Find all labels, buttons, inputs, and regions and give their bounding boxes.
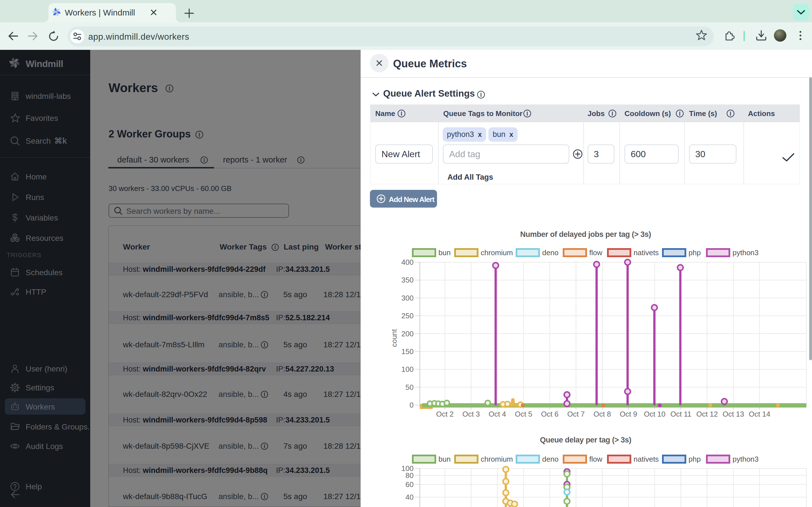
svg-text:Number of delayed jobs per tag: Number of delayed jobs per tag (> 3s) xyxy=(520,230,651,238)
svg-text:400: 400 xyxy=(402,258,414,267)
svg-text:php: php xyxy=(689,455,701,463)
svg-text:80: 80 xyxy=(405,471,414,480)
svg-text:Oct 4: Oct 4 xyxy=(489,410,506,418)
svg-text:Oct 3: Oct 3 xyxy=(462,410,480,418)
svg-text:Oct 13: Oct 13 xyxy=(723,410,744,418)
svg-text:150: 150 xyxy=(402,347,414,356)
svg-text:250: 250 xyxy=(402,312,414,320)
svg-text:Oct 9: Oct 9 xyxy=(620,410,637,418)
svg-text:Oct 5: Oct 5 xyxy=(515,410,532,418)
svg-text:100: 100 xyxy=(402,365,414,374)
svg-text:count: count xyxy=(390,329,398,347)
svg-text:40: 40 xyxy=(405,493,414,501)
svg-text:Queue delay per tag (> 3s): Queue delay per tag (> 3s) xyxy=(540,436,631,444)
svg-text:chromium: chromium xyxy=(481,248,513,257)
svg-text:Oct 10: Oct 10 xyxy=(644,410,666,418)
svg-text:bun: bun xyxy=(439,248,451,257)
svg-text:Oct 7: Oct 7 xyxy=(567,410,585,418)
svg-text:Oct 2: Oct 2 xyxy=(436,410,454,418)
svg-text:python3: python3 xyxy=(732,455,759,463)
svg-text:deno: deno xyxy=(542,248,559,257)
svg-text:0: 0 xyxy=(410,401,414,409)
svg-text:python3: python3 xyxy=(732,248,759,257)
svg-text:Oct 12: Oct 12 xyxy=(696,410,718,418)
svg-text:bun: bun xyxy=(439,455,451,463)
svg-text:Oct 11: Oct 11 xyxy=(670,410,692,418)
svg-text:nativets: nativets xyxy=(633,455,659,463)
svg-text:Oct 14: Oct 14 xyxy=(749,410,770,418)
svg-text:200: 200 xyxy=(402,330,414,338)
svg-text:flow: flow xyxy=(589,248,602,257)
svg-text:50: 50 xyxy=(405,383,414,392)
svg-text:300: 300 xyxy=(402,294,414,302)
svg-text:350: 350 xyxy=(402,276,414,284)
svg-text:Oct 6: Oct 6 xyxy=(541,410,559,418)
svg-text:Oct 8: Oct 8 xyxy=(594,410,611,418)
svg-text:60: 60 xyxy=(405,480,414,489)
svg-text:flow: flow xyxy=(589,455,602,463)
svg-text:nativets: nativets xyxy=(633,248,659,257)
svg-text:php: php xyxy=(689,248,701,257)
svg-text:deno: deno xyxy=(542,455,559,463)
svg-text:chromium: chromium xyxy=(481,455,513,463)
